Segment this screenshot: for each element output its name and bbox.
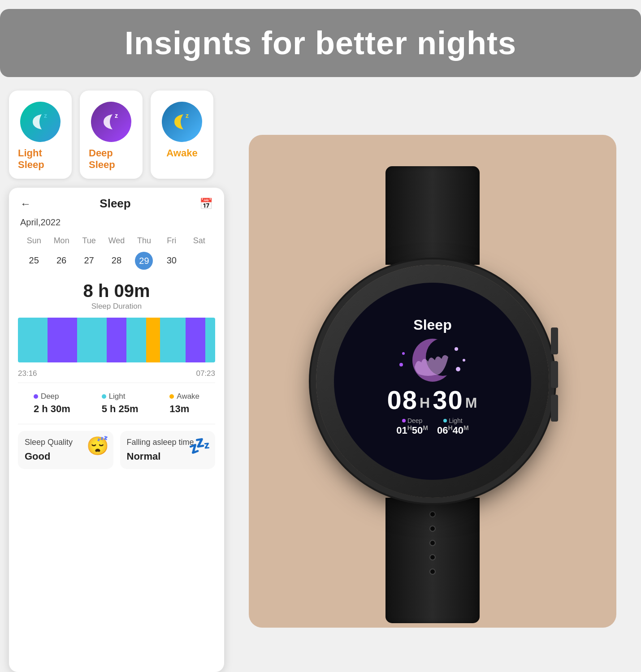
app-screen: ← Sleep 📅 April,2022 Sun Mon Tue Wed Thu…: [9, 188, 224, 672]
svg-point-6: [455, 347, 458, 351]
watch-m-unit: M: [465, 395, 478, 411]
watch-background: Sleep: [249, 135, 616, 628]
main-container: Insignts for better nights z: [0, 0, 641, 672]
sleep-quality-emoji: 😴: [87, 435, 109, 457]
watch-light-h: H: [448, 424, 452, 431]
deep-sleep-card: z Deep Sleep: [80, 90, 143, 179]
awake-stat-value: 13m: [169, 403, 199, 415]
watch-light-dot: [443, 419, 447, 422]
sleep-end-time: 07:23: [196, 369, 215, 378]
divider: [18, 383, 215, 383]
awake-stat: Awake 13m: [169, 392, 199, 415]
awake-label: Awake: [166, 147, 197, 159]
date-28[interactable]: 28: [103, 252, 130, 270]
band-hole-2: [429, 526, 436, 532]
content-area: z Light Sleep z Deep Sleep: [0, 90, 641, 672]
svg-point-9: [402, 352, 405, 355]
day-fri: Fri: [158, 234, 185, 247]
band-hole-4: [429, 554, 436, 560]
deep-label-text: Deep: [41, 392, 59, 401]
back-button[interactable]: ←: [20, 198, 31, 210]
deep-sleep-icon: z: [91, 102, 131, 142]
watch-deep-m: M: [423, 424, 428, 431]
light-stat-value: 5 h 25m: [102, 403, 139, 415]
watch-light-label: Light: [443, 417, 462, 424]
quality-cards: Sleep Quality 😴 Good Falling asleep time…: [9, 426, 224, 478]
deep-stat-value: 2 h 30m: [34, 403, 70, 415]
watch-h-unit: H: [420, 395, 431, 411]
watch-hours: 08: [387, 385, 418, 415]
calendar-days-header: Sun Mon Tue Wed Thu Fri Sat: [20, 234, 213, 247]
light-dot: [102, 394, 106, 399]
awake-stat-label: Awake: [169, 392, 199, 401]
deep-stat-label: Deep: [34, 392, 70, 401]
svg-point-0: [29, 111, 52, 133]
watch-deep-value: 01H50M: [396, 424, 428, 436]
light-sleep-label: Light Sleep: [18, 147, 63, 171]
light-stat: Light 5 h 25m: [102, 392, 139, 415]
right-panel: Sleep: [233, 90, 632, 672]
deep-dot: [34, 394, 38, 399]
svg-text:z: z: [44, 112, 47, 119]
side-button-top: [551, 327, 558, 354]
day-thu: Thu: [130, 234, 158, 247]
sleep-icons-row: z Light Sleep z Deep Sleep: [9, 90, 224, 179]
calendar-dates: 25 26 27 28 29 30: [20, 252, 213, 270]
watch-deep-dot: [402, 419, 406, 422]
date-25[interactable]: 25: [20, 252, 48, 270]
deep-stat: Deep 2 h 30m: [34, 392, 70, 415]
date-30[interactable]: 30: [158, 252, 185, 270]
calendar-icon[interactable]: 📅: [199, 198, 213, 210]
date-29-selected[interactable]: 29: [135, 252, 153, 270]
watch-sleep-label: Sleep: [413, 317, 451, 333]
sleep-duration-value: 8 h 09m: [20, 281, 213, 301]
watch-moon-svg: [390, 336, 475, 385]
watch-deep-h: H: [407, 424, 412, 431]
date-27[interactable]: 27: [75, 252, 103, 270]
sleep-stats: Deep 2 h 30m Light 5 h 25m: [9, 385, 224, 422]
falling-asleep-emoji: 💤: [188, 435, 211, 457]
watch-sleep-details: Deep 01H50M Light: [396, 417, 469, 436]
watch-time: 08 H 30 M: [387, 385, 478, 415]
side-button-bottom: [551, 395, 558, 422]
left-panel: z Light Sleep z Deep Sleep: [9, 90, 224, 672]
sleep-bar: [18, 318, 215, 362]
awake-label-text: Awake: [177, 392, 199, 401]
falling-asleep-card: Falling asleep time 💤 Normal: [120, 431, 216, 469]
watch-deep-text: Deep: [407, 417, 422, 424]
awake-card: z Awake: [151, 90, 213, 179]
deep-sleep-label: Deep Sleep: [89, 147, 134, 171]
app-date: April,2022: [9, 215, 224, 232]
svg-point-10: [399, 363, 403, 366]
light-sleep-card: z Light Sleep: [9, 90, 72, 179]
watch-deep-label: Deep: [402, 417, 422, 424]
watch-case: Sleep: [316, 265, 549, 498]
watch-deep-detail: Deep 01H50M: [396, 417, 428, 436]
day-sat: Sat: [186, 234, 213, 247]
svg-text:z: z: [115, 112, 118, 119]
day-wed: Wed: [103, 234, 130, 247]
side-button-middle: [551, 361, 558, 388]
sleep-start-time: 23:16: [18, 369, 37, 378]
light-stat-label: Light: [102, 392, 139, 401]
calendar-grid: Sun Mon Tue Wed Thu Fri Sat 25 26 27 28 …: [9, 232, 224, 276]
date-empty: [186, 252, 213, 270]
day-tue: Tue: [75, 234, 103, 247]
svg-point-8: [456, 367, 460, 371]
sleep-duration-section: 8 h 09m Sleep Duration: [9, 276, 224, 313]
watch-minutes: 30: [433, 385, 463, 415]
date-26[interactable]: 26: [48, 252, 75, 270]
awake-dot: [169, 394, 174, 399]
band-hole-5: [429, 569, 436, 575]
header-banner: Insignts for better nights: [0, 9, 641, 77]
watch-light-detail: Light 06H40M: [437, 417, 469, 436]
app-header: ← Sleep 📅: [9, 188, 224, 215]
light-sleep-icon: z: [20, 102, 61, 142]
day-sun: Sun: [20, 234, 48, 247]
watch-light-m: M: [463, 424, 469, 431]
sleep-bar-times: 23:16 07:23: [9, 367, 224, 380]
watch-screen: Sleep: [334, 283, 531, 480]
awake-icon: z: [162, 102, 202, 142]
band-top: [385, 166, 480, 265]
watch-light-text: Light: [449, 417, 462, 424]
